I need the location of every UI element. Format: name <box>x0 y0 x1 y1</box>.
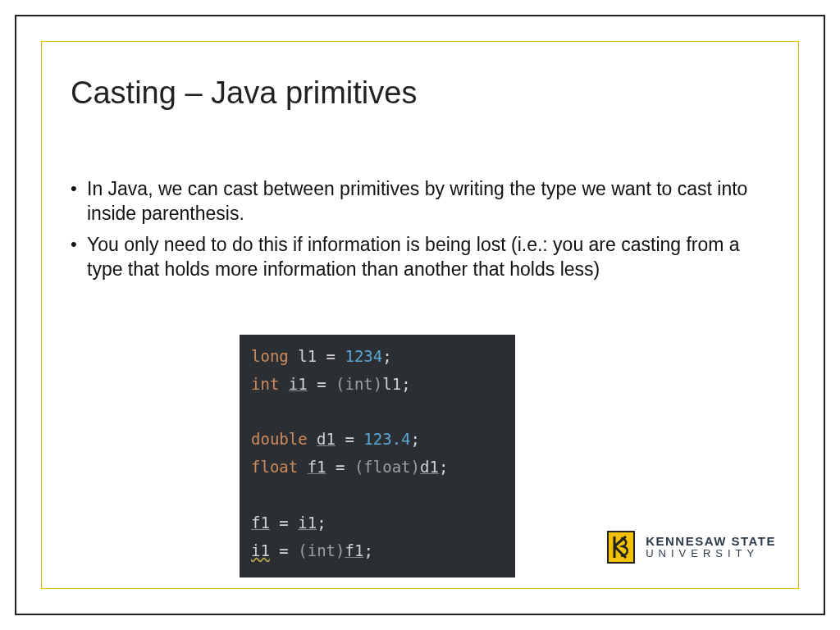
outer-frame: Casting – Java primitives In Java, we ca… <box>15 15 825 615</box>
code-block: long l1 = 1234;int i1 = (int)l1; double … <box>240 335 515 578</box>
bullet-item: In Java, we can cast between primitives … <box>69 177 765 226</box>
bullet-list: In Java, we can cast between primitives … <box>69 177 765 289</box>
ksu-logo-icon <box>605 528 637 566</box>
bullet-item: You only need to do this if information … <box>69 233 765 282</box>
university-logo: KENNESAW STATE UNIVERSITY <box>605 528 776 566</box>
slide-title: Casting – Java primitives <box>71 75 417 111</box>
logo-line2: UNIVERSITY <box>646 548 776 559</box>
svg-rect-0 <box>608 532 634 563</box>
logo-text: KENNESAW STATE UNIVERSITY <box>646 535 776 559</box>
logo-line1: KENNESAW STATE <box>646 535 776 548</box>
